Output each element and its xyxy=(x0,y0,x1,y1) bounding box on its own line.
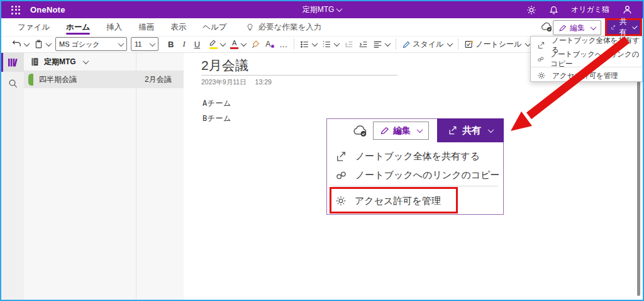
font-color-button[interactable]: A xyxy=(228,37,248,52)
pages-pane xyxy=(136,53,184,300)
share-entire-notebook-label: ノートブック全体を共有する xyxy=(355,150,480,162)
bold-button[interactable]: B xyxy=(165,37,176,52)
title-bar: OneNote 定期MTG オリガミ猫 xyxy=(1,1,643,18)
menu-insert[interactable]: 挿入 xyxy=(106,18,122,36)
font-color-letter: A xyxy=(232,40,236,47)
notebooks-nav-button[interactable] xyxy=(1,53,24,72)
menu-separator xyxy=(332,186,498,186)
app-name: OneNote xyxy=(30,5,65,14)
sync-cloud-icon xyxy=(540,21,553,32)
font-size-select[interactable]: 11 xyxy=(131,37,158,51)
search-button[interactable] xyxy=(1,74,24,92)
styles-pen-icon xyxy=(402,40,411,49)
numbered-list-button[interactable] xyxy=(319,37,341,52)
title-underline xyxy=(201,75,397,76)
tags-label: ノートシール xyxy=(475,39,521,50)
editing-mode-button-magnified[interactable]: 編集 xyxy=(373,122,429,140)
chevron-down-icon xyxy=(385,40,391,47)
styles-button[interactable]: スタイル xyxy=(399,37,455,52)
search-icon xyxy=(8,78,18,89)
tell-me-box[interactable]: 必要な作業を入力 xyxy=(246,22,322,33)
vertical-scrollbar[interactable] xyxy=(637,81,640,296)
chevron-down-icon xyxy=(118,40,125,47)
font-size-value: 11 xyxy=(135,40,142,48)
gear-icon xyxy=(537,71,546,80)
chevron-down-icon xyxy=(334,40,340,47)
menu-file[interactable]: ファイル xyxy=(18,18,50,36)
toolbar-overflow-button[interactable]: … xyxy=(277,37,291,52)
highlight-color-swatch xyxy=(209,47,218,49)
chevron-down-icon xyxy=(82,58,89,64)
divider xyxy=(294,38,294,50)
settings-gear-icon[interactable] xyxy=(526,5,536,15)
section-color-tab-icon xyxy=(28,74,33,86)
highlight-button[interactable] xyxy=(206,37,228,52)
menu-view[interactable]: 表示 xyxy=(170,18,186,36)
font-name-value: MS ゴシック xyxy=(59,40,100,49)
titlebar-right: オリガミ猫 xyxy=(526,4,633,15)
bullet-list-button[interactable] xyxy=(297,37,319,52)
note-tags-button[interactable]: ノートシール xyxy=(462,37,533,52)
notebooks-books-icon xyxy=(7,57,18,68)
section-item-selected[interactable]: 四半期会議 xyxy=(24,71,136,88)
share-entire-notebook-item-magnified[interactable]: ノートブック全体を共有する xyxy=(335,148,480,164)
chevron-down-icon xyxy=(417,127,423,133)
notifications-bell-icon[interactable] xyxy=(549,5,558,15)
chevron-down-icon xyxy=(24,40,30,47)
body-line-1[interactable]: Aチーム xyxy=(203,98,231,109)
link-icon xyxy=(537,55,545,64)
copy-notebook-link-item[interactable]: ノートブックへのリンクのコピー xyxy=(531,52,642,66)
share-button[interactable]: 共有 xyxy=(607,20,640,34)
window-title-text: 定期MTG xyxy=(303,4,335,15)
menu-help[interactable]: ヘルプ xyxy=(203,18,226,36)
account-person-icon[interactable] xyxy=(622,4,633,15)
section-label: 四半期会議 xyxy=(39,74,77,85)
share-button-red-annotation: 共有 xyxy=(605,18,642,36)
decrease-indent-button[interactable] xyxy=(341,37,356,52)
menu-draw[interactable]: 描画 xyxy=(138,18,154,36)
share-button-magnified[interactable]: 共有 xyxy=(437,118,504,142)
window-title[interactable]: 定期MTG xyxy=(303,4,342,15)
share-label: 共有 xyxy=(462,125,481,137)
page-item-selected[interactable]: 2月会議 xyxy=(136,71,184,88)
share-dropdown-menu: ノートブック全体を共有する ノートブックへのリンクのコピー アクセス許可を管理 xyxy=(530,36,643,82)
manage-access-label: アクセス許可を管理 xyxy=(552,71,618,81)
edit-label: 編集 xyxy=(570,23,585,33)
font-color-swatch xyxy=(230,47,238,49)
share-icon xyxy=(611,23,616,31)
app-launcher-icon[interactable] xyxy=(11,6,20,14)
link-icon xyxy=(335,169,347,181)
sync-cloud-icon xyxy=(352,123,369,137)
increase-indent-button[interactable] xyxy=(356,37,370,52)
menu-home[interactable]: ホーム xyxy=(66,18,90,36)
text-effects-button[interactable]: A xyxy=(263,37,277,52)
font-name-select[interactable]: MS ゴシック xyxy=(55,37,127,51)
alignment-button[interactable] xyxy=(370,37,392,52)
lightbulb-icon xyxy=(246,23,254,32)
chevron-down-icon xyxy=(241,40,247,47)
body-line-2[interactable]: Bチーム xyxy=(203,113,231,124)
share-label: 共有 xyxy=(618,16,628,38)
copy-notebook-link-label: ノートブックへのリンクのコピー xyxy=(355,169,500,181)
copy-notebook-link-label: ノートブックへのリンクのコピー xyxy=(551,50,642,69)
italic-button[interactable]: I xyxy=(180,37,187,52)
sections-pane xyxy=(24,53,136,300)
paste-clipboard-button[interactable] xyxy=(31,37,53,52)
underline-button[interactable]: U xyxy=(192,37,203,52)
chevron-down-icon xyxy=(336,6,343,12)
format-painter-button[interactable] xyxy=(248,37,263,52)
user-name[interactable]: オリガミ猫 xyxy=(571,4,609,15)
page-datetime: 2023年9月11日 13:29 xyxy=(201,78,272,87)
onenote-window: OneNote 定期MTG オリガミ猫 xyxy=(0,0,644,301)
manage-access-item[interactable]: アクセス許可を管理 xyxy=(531,69,642,82)
notebook-header[interactable]: 定期MTG xyxy=(24,53,136,71)
share-icon xyxy=(335,150,347,162)
chevron-down-icon xyxy=(150,40,156,47)
copy-notebook-link-item-magnified[interactable]: ノートブックへのリンクのコピー xyxy=(335,167,500,183)
editing-mode-button[interactable]: 編集 xyxy=(553,20,601,35)
chevron-down-icon xyxy=(46,40,52,47)
magnified-inset-panel: 編集 共有 ノートブック全体を共有する ノートブックへのリンクのコピー xyxy=(326,118,504,215)
page-title[interactable]: 2月会議 xyxy=(201,57,248,74)
tag-checkbox-icon xyxy=(464,39,474,49)
undo-button[interactable] xyxy=(9,37,31,52)
